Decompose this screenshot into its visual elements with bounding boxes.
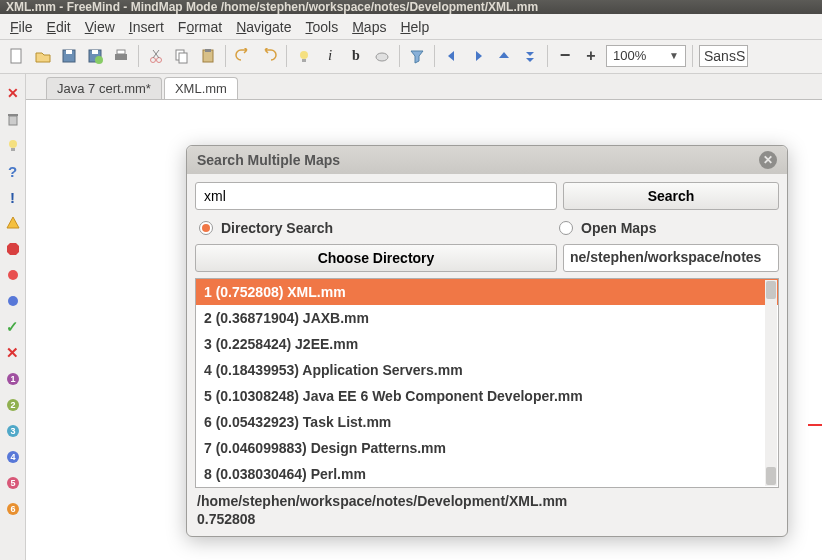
zoom-in-icon[interactable]: + (580, 45, 602, 67)
tab-xml[interactable]: XML.mm (164, 77, 238, 99)
separator (399, 45, 400, 67)
cloud-icon[interactable] (371, 45, 393, 67)
cut-icon[interactable] (145, 45, 167, 67)
italic-icon[interactable]: i (319, 45, 341, 67)
menubar: File Edit View Insert Format Navigate To… (0, 14, 822, 40)
result-item[interactable]: 8 (0.038030464) Perl.mm (196, 461, 778, 487)
choose-directory-button[interactable]: Choose Directory (195, 244, 557, 272)
check-icon[interactable]: ✓ (4, 318, 22, 336)
svg-rect-13 (205, 49, 211, 52)
separator (434, 45, 435, 67)
cancel-icon[interactable]: ✕ (4, 344, 22, 362)
search-input[interactable] (195, 182, 557, 210)
svg-text:3: 3 (10, 426, 15, 436)
help-icon[interactable]: ? (4, 162, 22, 180)
important-icon[interactable]: ! (4, 188, 22, 206)
radio-checked-icon (199, 221, 213, 235)
scroll-thumb-icon (766, 467, 776, 485)
tab-java7cert[interactable]: Java 7 cert.mm* (46, 77, 162, 99)
zoom-combo[interactable]: 100%▼ (606, 45, 686, 67)
blue-dot-icon[interactable] (4, 292, 22, 310)
saveas-icon[interactable] (84, 45, 106, 67)
undo-icon[interactable] (232, 45, 254, 67)
priority-2-icon[interactable]: 2 (4, 396, 22, 414)
paste-icon[interactable] (197, 45, 219, 67)
svg-rect-11 (179, 53, 187, 63)
scrollbar[interactable] (765, 280, 777, 486)
priority-6-icon[interactable]: 6 (4, 500, 22, 518)
bulb-icon[interactable] (293, 45, 315, 67)
menu-navigate[interactable]: Navigate (230, 17, 297, 37)
result-item[interactable]: 1 (0.752808) XML.mm (196, 279, 778, 305)
menu-edit[interactable]: Edit (41, 17, 77, 37)
dialog-titlebar[interactable]: Search Multiple Maps ✕ (187, 146, 787, 174)
result-item[interactable]: 4 (0.18439953) Application Servers.mm (196, 357, 778, 383)
menu-maps[interactable]: Maps (346, 17, 392, 37)
svg-point-23 (8, 296, 18, 306)
radio-directory-search[interactable]: Directory Search (199, 220, 553, 236)
zoom-out-icon[interactable]: − (554, 45, 576, 67)
filter-icon[interactable] (406, 45, 428, 67)
svg-rect-4 (92, 50, 98, 54)
search-button[interactable]: Search (563, 182, 779, 210)
nav-right-icon[interactable] (467, 45, 489, 67)
result-item[interactable]: 6 (0.05432923) Task List.mm (196, 409, 778, 435)
search-multiple-maps-dialog: Search Multiple Maps ✕ Search Directory … (186, 145, 788, 537)
icon-sidebar: ✕ ? ! ✓ ✕ 1 2 3 4 5 6 (0, 74, 26, 560)
svg-marker-21 (7, 243, 19, 255)
menu-file[interactable]: File (4, 17, 39, 37)
svg-text:5: 5 (10, 478, 15, 488)
bold-icon[interactable]: b (345, 45, 367, 67)
menu-tools[interactable]: Tools (299, 17, 344, 37)
svg-rect-0 (11, 49, 21, 63)
separator (138, 45, 139, 67)
result-item[interactable]: 3 (0.2258424) J2EE.mm (196, 331, 778, 357)
priority-1-icon[interactable]: 1 (4, 370, 22, 388)
remove-x-icon[interactable]: ✕ (4, 84, 22, 102)
red-dot-icon[interactable] (4, 266, 22, 284)
save-icon[interactable] (58, 45, 80, 67)
print-icon[interactable] (110, 45, 132, 67)
svg-text:1: 1 (10, 374, 15, 384)
menu-format[interactable]: Format (172, 17, 228, 37)
warning-icon[interactable] (4, 214, 22, 232)
svg-point-22 (8, 270, 18, 280)
svg-point-19 (9, 140, 17, 148)
idea-icon[interactable] (4, 136, 22, 154)
nav-down-icon[interactable] (519, 45, 541, 67)
svg-rect-20 (11, 148, 15, 151)
nav-up-icon[interactable] (493, 45, 515, 67)
radio-label: Directory Search (221, 220, 333, 236)
separator (692, 45, 693, 67)
chevron-down-icon: ▼ (669, 50, 679, 61)
menu-insert[interactable]: Insert (123, 17, 170, 37)
new-icon[interactable] (6, 45, 28, 67)
font-combo[interactable]: SansS (699, 45, 748, 67)
directory-path-field[interactable]: ne/stephen/workspace/notes (563, 244, 779, 272)
toolbar: i b − + 100%▼ SansS (0, 40, 822, 74)
nav-left-icon[interactable] (441, 45, 463, 67)
svg-point-9 (157, 57, 162, 62)
svg-point-16 (376, 53, 388, 61)
priority-4-icon[interactable]: 4 (4, 448, 22, 466)
stop-icon[interactable] (4, 240, 22, 258)
svg-rect-6 (115, 54, 127, 60)
trash-icon[interactable] (4, 110, 22, 128)
results-list: 1 (0.752808) XML.mm 2 (0.36871904) JAXB.… (195, 278, 779, 488)
menu-help[interactable]: Help (394, 17, 435, 37)
svg-rect-15 (302, 59, 306, 62)
window-title: XML.mm - FreeMind - MindMap Mode /home/s… (0, 0, 822, 14)
svg-point-8 (151, 57, 156, 62)
priority-3-icon[interactable]: 3 (4, 422, 22, 440)
close-icon[interactable]: ✕ (759, 151, 777, 169)
redo-icon[interactable] (258, 45, 280, 67)
result-item[interactable]: 5 (0.10308248) Java EE 6 Web Component D… (196, 383, 778, 409)
result-item[interactable]: 2 (0.36871904) JAXB.mm (196, 305, 778, 331)
result-item[interactable]: 7 (0.046099883) Design Patterns.mm (196, 435, 778, 461)
radio-open-maps[interactable]: Open Maps (559, 220, 775, 236)
copy-icon[interactable] (171, 45, 193, 67)
priority-5-icon[interactable]: 5 (4, 474, 22, 492)
svg-rect-17 (9, 116, 17, 125)
open-icon[interactable] (32, 45, 54, 67)
menu-view[interactable]: View (79, 17, 121, 37)
